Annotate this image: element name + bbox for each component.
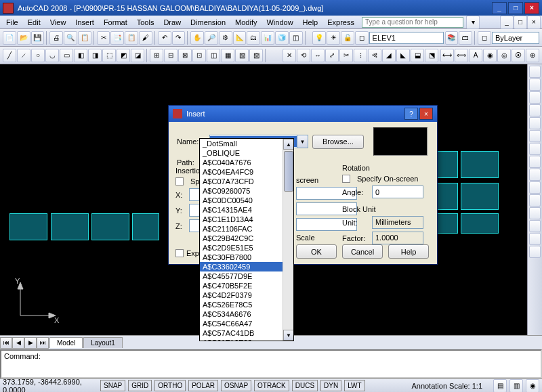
paste-icon[interactable]: 📋 <box>125 31 138 45</box>
grid-toggle[interactable]: GRID <box>128 380 152 391</box>
mod-h-icon[interactable]: ◢ <box>382 49 396 62</box>
rtool-icon[interactable] <box>529 130 541 142</box>
menu-draw[interactable]: Draw <box>159 17 186 28</box>
dialog-help-button[interactable]: ? <box>404 108 418 120</box>
tool-l-icon[interactable]: ▧ <box>235 49 249 62</box>
scroll-down-icon[interactable]: ▼ <box>283 330 294 341</box>
tool-h-icon[interactable]: ⊠ <box>178 49 192 62</box>
ortho-toggle[interactable]: ORTHO <box>154 380 186 391</box>
status-icon-a[interactable]: ▤ <box>493 379 507 393</box>
minimize-button[interactable]: _ <box>492 2 507 14</box>
mod-j-icon[interactable]: ⬓ <box>411 49 424 62</box>
menu-format[interactable]: Format <box>99 17 132 28</box>
dropdown-item[interactable]: A$C45577D9E <box>200 271 293 281</box>
dropdown-item[interactable]: A$C30FB7800 <box>200 253 293 262</box>
status-icon-b[interactable]: ▥ <box>509 379 523 393</box>
tab-layout1[interactable]: Layout1 <box>83 337 123 348</box>
dropdown-item[interactable]: A$C2D9E51E5 <box>200 243 293 253</box>
mod-e-icon[interactable]: ✂ <box>339 49 353 62</box>
scroll-thumb[interactable] <box>284 151 293 192</box>
rect-icon[interactable]: ▭ <box>60 49 73 62</box>
circle-icon[interactable]: ○ <box>31 49 45 62</box>
dropdown-item[interactable]: A$C534A6676 <box>200 309 293 319</box>
dropdown-item[interactable]: A$C54C66A47 <box>200 319 293 328</box>
tool-c-icon[interactable]: ⬚ <box>102 49 116 62</box>
tool-a-icon[interactable]: ◧ <box>74 49 87 62</box>
dyn-toggle[interactable]: DYN <box>320 380 341 391</box>
menu-help[interactable]: Help <box>298 17 323 28</box>
mod-i-icon[interactable]: ◣ <box>396 49 410 62</box>
angle-input[interactable] <box>372 186 423 198</box>
dropdown-item[interactable]: _OBLIQUE <box>200 148 293 158</box>
mod-a-icon[interactable]: ✕ <box>283 49 296 62</box>
tab-last-icon[interactable]: ⏭ <box>37 337 49 349</box>
doc-restore-button[interactable]: □ <box>514 16 527 29</box>
menu-modify[interactable]: Modify <box>230 17 262 28</box>
rtool-icon[interactable] <box>529 207 541 219</box>
tool5-icon[interactable]: 🧊 <box>275 31 289 45</box>
layer-color-icon[interactable]: ◻ <box>355 31 369 45</box>
block-name-dropdown[interactable]: _DotSmall_OBLIQUEA$C040A7676A$C04EA4FC9A… <box>199 138 294 341</box>
dropdown-item[interactable]: A$C57AC41DB <box>200 328 293 338</box>
layer-prop-icon[interactable]: 📚 <box>445 31 459 45</box>
tool-i-icon[interactable]: ⊡ <box>192 49 206 62</box>
rtool-icon[interactable] <box>529 246 541 258</box>
help-dropdown-icon[interactable]: ▾ <box>466 16 480 29</box>
layer-lock-icon[interactable]: 🔓 <box>341 31 354 45</box>
dropdown-item[interactable]: A$C61FA6E03 <box>200 338 293 341</box>
dropdown-item[interactable]: A$C04EA4FC9 <box>200 167 293 177</box>
polar-toggle[interactable]: POLAR <box>188 380 218 391</box>
dim-d-icon[interactable]: ◉ <box>483 49 497 62</box>
dropdown-item[interactable]: A$C07A73CFD <box>200 177 293 186</box>
arc-icon[interactable]: ◡ <box>45 49 59 62</box>
doc-close-button[interactable]: × <box>527 16 541 29</box>
redo-icon[interactable]: ↷ <box>172 31 186 45</box>
layer-combo[interactable]: ELEV1 <box>369 32 444 44</box>
ducs-toggle[interactable]: DUCS <box>292 380 318 391</box>
dim-e-icon[interactable]: ◎ <box>497 49 511 62</box>
tool-f-icon[interactable]: ⊞ <box>150 49 163 62</box>
layer-sun-icon[interactable]: ☀ <box>327 31 340 45</box>
mod-d-icon[interactable]: ⤢ <box>325 49 339 62</box>
menu-insert[interactable]: Insert <box>70 17 99 28</box>
rtool-icon[interactable] <box>529 79 541 91</box>
dropdown-item[interactable]: A$C1E1D13A4 <box>200 215 293 224</box>
ok-button[interactable]: OK <box>296 244 337 259</box>
menu-tools[interactable]: Tools <box>132 17 159 28</box>
rtool-icon[interactable] <box>529 117 541 129</box>
snap-toggle[interactable]: SNAP <box>100 380 125 391</box>
dropdown-item[interactable]: A$C040A7676 <box>200 158 293 167</box>
tool6-icon[interactable]: ◫ <box>289 31 303 45</box>
dialog-titlebar[interactable]: Insert ? × <box>169 106 437 122</box>
tool-b-icon[interactable]: ◨ <box>88 49 102 62</box>
publish-icon[interactable]: 📋 <box>78 31 91 45</box>
copy-icon[interactable]: 📑 <box>110 31 124 45</box>
menu-edit[interactable]: Edit <box>23 17 45 28</box>
close-button[interactable]: × <box>524 2 539 14</box>
dropdown-item[interactable]: A$C14315AE4 <box>200 205 293 215</box>
preview-icon[interactable]: 🔍 <box>64 31 77 45</box>
mod-k-icon[interactable]: ⬔ <box>425 49 438 62</box>
rtool-icon[interactable] <box>529 233 541 245</box>
tab-first-icon[interactable]: ⏮ <box>0 337 12 349</box>
rtool-icon[interactable] <box>529 66 541 78</box>
help-search-input[interactable] <box>362 17 463 28</box>
tool3-icon[interactable]: 🗂 <box>247 31 260 45</box>
menu-file[interactable]: File <box>1 17 23 28</box>
specify-checkbox[interactable] <box>175 177 184 186</box>
dropdown-item[interactable]: A$C09260075 <box>200 186 293 196</box>
pan-icon[interactable]: ✋ <box>190 31 204 45</box>
cut-icon[interactable]: ✂ <box>97 31 110 45</box>
dim-c-icon[interactable]: A <box>469 49 482 62</box>
mod-b-icon[interactable]: ⟲ <box>297 49 310 62</box>
scroll-up-icon[interactable]: ▲ <box>283 139 294 150</box>
dropdown-item[interactable]: A$C0DC00540 <box>200 196 293 205</box>
dropdown-item[interactable]: _DotSmall <box>200 139 293 148</box>
tool-g-icon[interactable]: ⊟ <box>164 49 178 62</box>
menu-express[interactable]: Express <box>322 17 359 28</box>
browse-button[interactable]: Browse... <box>312 135 364 149</box>
annotation-scale[interactable]: Annotation Scale: 1:1 <box>411 382 482 390</box>
dropdown-scrollbar[interactable]: ▲ ▼ <box>283 139 293 341</box>
tool2-icon[interactable]: 📐 <box>233 31 247 45</box>
dropdown-item[interactable]: A$C526E78C5 <box>200 300 293 309</box>
